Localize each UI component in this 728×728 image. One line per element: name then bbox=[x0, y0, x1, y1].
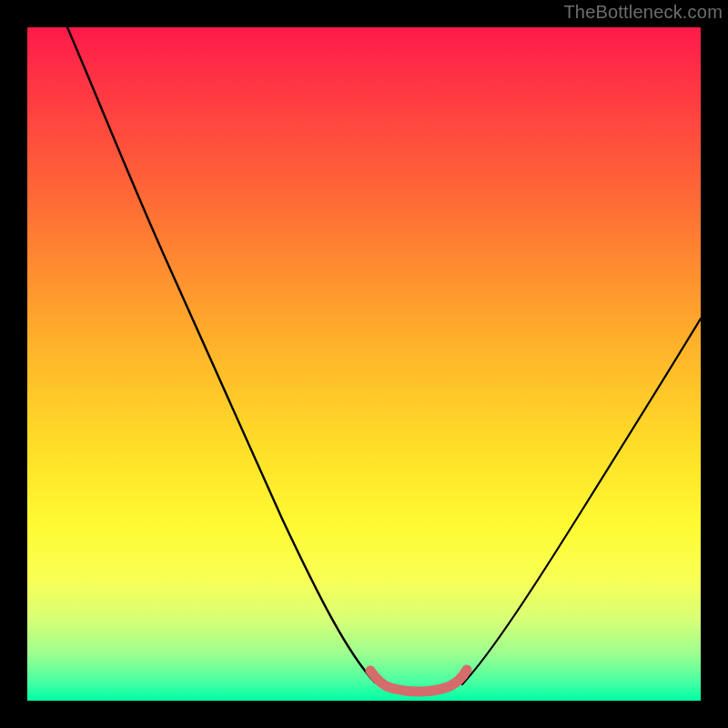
curve-overlay bbox=[27, 27, 701, 701]
right-branch-curve bbox=[462, 318, 701, 684]
plot-area bbox=[27, 27, 701, 701]
left-branch-curve bbox=[67, 27, 375, 682]
watermark-text: TheBottleneck.com bbox=[563, 2, 723, 23]
bottom-flat-marker bbox=[370, 670, 467, 692]
chart-frame: TheBottleneck.com bbox=[0, 0, 728, 728]
